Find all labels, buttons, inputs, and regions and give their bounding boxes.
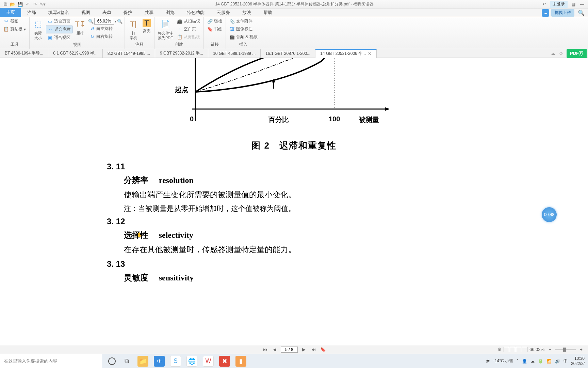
label-percent: 百分比 — [268, 115, 289, 124]
zoom-out-status[interactable]: − — [546, 347, 553, 352]
from-scanner-button[interactable]: 📠从扫描仪 — [176, 18, 201, 25]
menu-tab-protect[interactable]: 保护 — [117, 9, 138, 17]
highlight-button[interactable]: T高亮 — [141, 18, 152, 33]
bookmark-button[interactable]: 🔖书签 — [206, 26, 224, 33]
doctab-4[interactable]: 9 GBT 29332-2012 半... — [155, 49, 208, 58]
fit-view-button[interactable]: ▣适合视区 — [46, 34, 72, 41]
convert-button[interactable]: 📄将文件转 换为PDF — [157, 18, 174, 41]
undo-icon[interactable]: ↶ — [24, 1, 31, 7]
recording-timer[interactable]: 00:48 — [542, 207, 557, 222]
cortana-icon[interactable] — [108, 357, 116, 365]
doctab-5[interactable]: 10 GBT 4589.1-1989 ... — [208, 49, 261, 58]
menu-tab-browse[interactable]: 浏览 — [160, 9, 181, 17]
app-foxit-icon[interactable]: ▮ — [235, 356, 246, 367]
taskbar-search[interactable]: 在这里输入你要搜索的内容 — [0, 354, 102, 368]
menu-tab-play[interactable]: 放映 — [236, 9, 257, 17]
print-icon[interactable]: 🖶 — [2, 1, 8, 7]
menu-tab-annotate[interactable]: 注释 — [21, 9, 42, 17]
menu-tab-share[interactable]: 共享 — [138, 9, 160, 17]
brush-icon[interactable]: ✎▾ — [39, 1, 46, 7]
rotate-right-button[interactable]: ↻向右旋转 — [88, 33, 122, 40]
app-sogou-icon[interactable]: S — [170, 356, 181, 367]
app-browser-icon[interactable]: 🌐 — [186, 356, 197, 367]
menu-tab-feature[interactable]: 特色功能 — [181, 9, 211, 17]
zoom-in-icon[interactable]: 🔍 — [117, 18, 122, 24]
menu-tab-form[interactable]: 表单 — [96, 9, 117, 17]
first-page-button[interactable]: ⏮ — [262, 347, 268, 352]
av-button[interactable]: 🎬音频 & 视频 — [228, 33, 259, 41]
image-note-button[interactable]: 🖼图像标注 — [228, 26, 259, 33]
screenshot-button[interactable]: ✂截图 — [2, 18, 27, 25]
redo-icon[interactable]: ↷ — [32, 1, 38, 7]
pdf-badge[interactable]: PDF万 — [567, 49, 587, 58]
doctab-7-active[interactable]: 14 GBT 20521-2006 半...✕ — [315, 49, 377, 58]
save-icon[interactable]: 💾 — [17, 1, 23, 7]
close-tab-icon[interactable]: ✕ — [368, 51, 372, 56]
last-page-button[interactable]: ⏭ — [310, 347, 317, 352]
clipboard-button[interactable]: 📋剪贴板 ▾ — [2, 26, 27, 33]
menu-tab-fillsign[interactable]: 填写&签名 — [42, 9, 75, 17]
doctab-6[interactable]: 16.1 GBT 20870.1-200... — [261, 49, 315, 58]
blank-page-button[interactable]: ▫空白页 — [176, 26, 201, 33]
ime-indicator[interactable]: 中 — [564, 358, 568, 364]
reflow-button[interactable]: T↧重排 — [74, 18, 87, 35]
wifi-icon[interactable]: 📶 — [546, 359, 552, 364]
document-viewport[interactable]: 起点 0 百分比 100 被测量 图 2 迟滞和重复性 3. 11 分辨率 re… — [0, 58, 588, 344]
cloud-icon[interactable]: ☁ — [542, 9, 549, 17]
open-icon[interactable]: 📂 — [10, 1, 16, 7]
bookmark-nav-icon[interactable]: 🔖 — [320, 347, 326, 352]
typewriter-button[interactable]: T|打 字机 — [127, 18, 140, 41]
attach-button[interactable]: 📎文件附件 — [228, 18, 259, 25]
link-button[interactable]: 🔗链接 — [206, 18, 224, 25]
apps-grid-icon[interactable]: ▦ — [570, 2, 576, 7]
battery-icon[interactable]: 🔋 — [538, 359, 543, 364]
menu-tab-home[interactable]: 主页 — [0, 8, 21, 17]
menu-tab-cloud[interactable]: 云服务 — [211, 9, 236, 17]
term-cn: 选择性 — [124, 230, 148, 240]
figure-graph: 起点 0 百分比 100 被测量 — [192, 58, 430, 129]
highlight-icon: T — [143, 19, 151, 27]
app-red-icon[interactable]: ✖ — [219, 356, 230, 367]
page-input[interactable] — [281, 347, 298, 353]
weather-icon[interactable]: 🌨 — [486, 359, 490, 364]
screenshot-status-icon[interactable]: ⚙ — [497, 347, 502, 352]
doctab-3[interactable]: 8.2 GBT 15449-1995 ... — [103, 49, 155, 58]
app-wps-icon[interactable]: W — [203, 356, 214, 367]
explorer-icon[interactable]: 📁 — [137, 356, 148, 367]
onedrive-icon[interactable]: ☁ — [530, 359, 535, 364]
zoom-out-icon[interactable]: 🔍 — [88, 18, 94, 24]
next-page-button[interactable]: ▶ — [300, 347, 307, 352]
chevron-down-icon[interactable]: ▾ — [115, 19, 116, 23]
people-icon[interactable]: 👤 — [522, 359, 527, 364]
search-icon[interactable]: 🔍 — [576, 10, 586, 16]
typewriter-icon: T| — [128, 19, 138, 29]
doctab-1[interactable]: BT 4586-1994 半导... — [0, 49, 48, 58]
actual-size-button[interactable]: ⬚实际 大小 — [32, 18, 45, 41]
term-en: selectivity — [159, 231, 193, 240]
doctab-2[interactable]: 8.1 GBT 6219-1998 半... — [48, 49, 103, 58]
tray-chevron-icon[interactable]: ˄ — [517, 359, 519, 364]
menu-tab-view[interactable]: 视图 — [75, 9, 96, 17]
rotate-left-button[interactable]: ↺向左旋转 — [88, 25, 122, 32]
app-blue1-icon[interactable]: ✈ — [154, 356, 165, 367]
clock[interactable]: 10:30 2022/2/ — [571, 356, 585, 366]
term-resolution: 分辨率 resolution — [124, 175, 481, 186]
prev-page-button[interactable]: ◀ — [271, 347, 278, 352]
volume-icon[interactable]: 🔊 — [555, 359, 560, 364]
fit-width-button[interactable]: ↔适合宽度 — [46, 26, 72, 33]
menu-tab-help[interactable]: 帮助 — [257, 9, 278, 17]
minimize-icon[interactable]: — — [579, 2, 585, 7]
undo-right-icon[interactable]: ↶ — [541, 1, 547, 7]
from-clipboard-button[interactable]: 📋从剪贴板 — [176, 33, 201, 41]
zoom-slider[interactable] — [555, 349, 576, 350]
refresh-icon[interactable]: ⟳ — [558, 51, 564, 56]
zoom-in-status[interactable]: + — [578, 347, 585, 352]
view-mode-buttons[interactable] — [504, 347, 527, 352]
zoom-input[interactable] — [94, 18, 114, 25]
login-button[interactable]: 未登录 — [550, 1, 568, 8]
upload-button[interactable]: 拖拽上传 — [551, 9, 574, 17]
cloud-sync-icon[interactable]: ☁ — [550, 51, 556, 56]
taskview-icon[interactable]: ⧉ — [121, 356, 132, 367]
fit-page-button[interactable]: ▭适合页面 — [46, 18, 72, 25]
weather-text[interactable]: -14°C 小雪 — [493, 358, 513, 364]
